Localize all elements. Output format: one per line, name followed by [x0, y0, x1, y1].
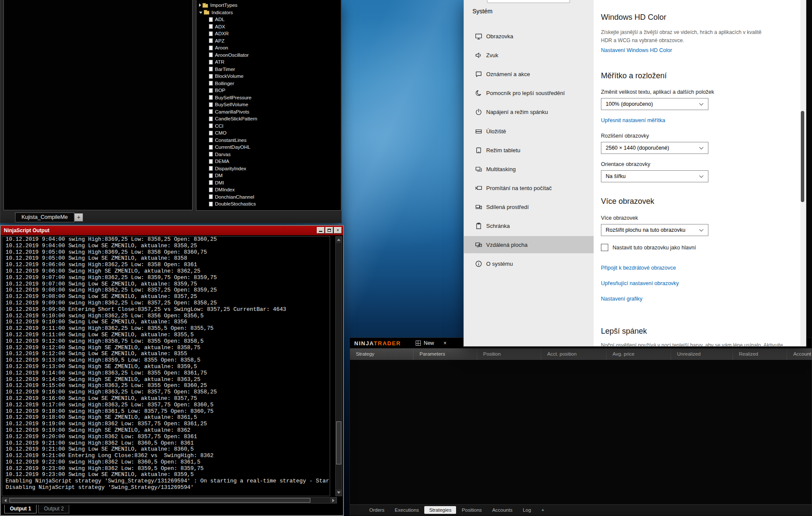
ninjatrader-tab[interactable]: Log — [518, 506, 536, 514]
tree-item[interactable]: ADXR — [196, 30, 341, 37]
ninjatrader-tab[interactable]: Executions — [390, 506, 423, 514]
primary-display-checkbox[interactable] — [601, 244, 608, 251]
tree-item[interactable]: CMO — [196, 129, 341, 137]
tree-item[interactable]: DMIndex — [196, 186, 341, 194]
collapsed-arrow-icon[interactable] — [199, 3, 201, 7]
tree-item[interactable]: BlockVolume — [196, 73, 341, 80]
tree-item[interactable]: DMI — [196, 179, 341, 187]
column-header[interactable]: Position — [477, 348, 541, 360]
sidebar-item-notifications[interactable]: Oznámení a akce — [464, 65, 594, 83]
tree-item[interactable]: CandleStickPattern — [196, 115, 341, 123]
sidebar-item-tablet-mode[interactable]: Režim tabletu — [464, 141, 594, 159]
make-primary-row: Nastavit tuto obrazovku jako hlavní — [601, 244, 696, 251]
x-icon[interactable]: × — [444, 340, 447, 346]
tree-item[interactable]: ADL — [196, 16, 341, 23]
tree-item[interactable]: DonchianChannel — [196, 194, 341, 201]
tree-item[interactable]: Aroon — [196, 44, 341, 52]
column-header[interactable]: Strategy — [350, 348, 414, 360]
wireless-display-link[interactable]: Připojit k bezdrátové obrazovce — [601, 265, 676, 271]
tree-item[interactable]: Darvas — [196, 151, 341, 158]
sidebar-item-remote-desktop[interactable]: Vzdálená plocha — [464, 236, 594, 253]
column-header[interactable]: Acct. position — [541, 348, 607, 360]
advanced-scaling-link[interactable]: Upřesnit nastavení měřítka — [601, 117, 665, 123]
expanded-arrow-icon[interactable] — [199, 12, 202, 14]
output-tab[interactable]: Output 1 — [4, 505, 37, 513]
strategies-table-body[interactable] — [350, 360, 812, 504]
sidebar-item-multitasking[interactable]: Multitasking — [464, 160, 594, 178]
tree-item[interactable]: DEMA — [196, 158, 341, 165]
tree-item[interactable]: CamarillaPivots — [196, 108, 341, 116]
resolution-dropdown[interactable]: 2560 × 1440 (doporučené) — [601, 142, 708, 154]
ninjatrader-tab[interactable]: + — [536, 506, 549, 514]
column-header[interactable]: Avg. price — [607, 348, 671, 360]
output-vertical-scrollbar[interactable] — [335, 236, 342, 496]
log-line: 10.12.2019 9:13:00 swing High:8359,5 Low… — [6, 357, 330, 364]
tree-item[interactable]: CCI — [196, 123, 341, 130]
output-window-titlebar[interactable]: NinjaScript Output — [1, 226, 343, 235]
editor-tab-kujista-compileme[interactable]: Kujista_CompileMe — [15, 212, 74, 222]
horizontal-scroll-thumb[interactable] — [9, 498, 310, 503]
file-icon — [209, 166, 213, 171]
tree-item[interactable]: DisparityIndex — [196, 165, 341, 172]
sidebar-item-projecting[interactable]: Promítání na tento počítač — [464, 179, 594, 197]
tree-item[interactable]: APZ — [196, 37, 341, 45]
tree-folder-importtypes[interactable]: ImportTypes — [196, 2, 341, 9]
sidebar-item-about[interactable]: O systému — [464, 255, 594, 272]
multiple-displays-dropdown[interactable]: Rozšířit plochu na tuto obrazovku — [601, 224, 708, 236]
tree-item[interactable]: CurrentDayOHL — [196, 144, 341, 151]
sidebar-item-display[interactable]: Obrazovka — [464, 28, 594, 45]
tree-item-label: DM — [215, 173, 223, 178]
tree-item[interactable]: DoubleStochastics — [196, 200, 341, 208]
tree-folder-indicators[interactable]: Indicators — [196, 9, 341, 16]
tree-item[interactable]: BOP — [196, 87, 341, 94]
sidebar-item-focus-assist[interactable]: Pomocník pro lepší soustředění — [464, 84, 594, 101]
tree-item[interactable]: ADX — [196, 23, 341, 31]
new-menu[interactable]: New — [424, 340, 434, 346]
close-button[interactable]: × — [334, 227, 342, 233]
scroll-up-button[interactable] — [336, 236, 342, 243]
vertical-scroll-thumb[interactable] — [336, 421, 341, 464]
scroll-down-button[interactable] — [336, 489, 342, 496]
column-header[interactable]: Account — [787, 348, 812, 360]
output-horizontal-scrollbar[interactable] — [2, 497, 337, 504]
settings-scroll-thumb[interactable] — [801, 111, 804, 202]
tree-item[interactable]: Bollinger — [196, 80, 341, 87]
sidebar-item-clipboard[interactable]: Schránka — [464, 217, 594, 234]
log-line: 10.12.2019 9:12:00 Swing High SE ZMENILO… — [6, 345, 330, 351]
ninjatrader-tab[interactable]: Positions — [457, 506, 487, 514]
minimize-button[interactable] — [317, 227, 325, 233]
ninjatrader-tab[interactable]: Strategies — [424, 506, 456, 514]
tree-item[interactable]: BuySellVolume — [196, 101, 341, 108]
settings-scrollbar[interactable] — [800, 0, 806, 346]
sidebar-item-shared-experiences[interactable]: Sdílená prostředí — [464, 198, 594, 215]
output-tab[interactable]: Output 2 — [38, 505, 69, 513]
file-icon — [209, 24, 213, 29]
graphics-settings-link[interactable]: Nastavení grafiky — [601, 296, 643, 302]
search-input[interactable] — [487, 0, 570, 3]
sidebar-item-sound[interactable]: Zvuk — [464, 46, 594, 64]
scroll-left-button[interactable] — [2, 498, 9, 503]
scroll-right-button[interactable] — [330, 498, 337, 503]
column-header[interactable]: Realized — [733, 348, 787, 360]
advanced-display-link[interactable]: Upřesňující nastavení obrazovky — [601, 280, 679, 286]
hd-color-settings-link[interactable]: Nastavení Windows HD Color — [601, 47, 672, 53]
ninjatrader-tab[interactable]: Orders — [365, 506, 389, 514]
maximize-button[interactable] — [325, 227, 333, 233]
sidebar-item-storage[interactable]: Úložiště — [464, 123, 594, 140]
tree-item[interactable]: AroonOscillator — [196, 52, 341, 59]
tree-item[interactable]: ATR — [196, 58, 341, 66]
file-icon — [209, 180, 213, 185]
tree-item[interactable]: ConstantLines — [196, 137, 341, 144]
sidebar-item-power[interactable]: Napájení a režim spánku — [464, 103, 594, 120]
new-script-tab-button[interactable]: + — [74, 213, 83, 221]
ninjatrader-tab[interactable]: Accounts — [487, 506, 517, 514]
orientation-dropdown[interactable]: Na šířku — [601, 170, 708, 182]
code-editor-panel[interactable] — [3, 0, 193, 210]
output-log[interactable]: 10.12.2019 9:04:00 swing High:8369,25 Lo… — [2, 236, 330, 496]
scale-dropdown[interactable]: 100% (doporučeno) — [601, 98, 708, 110]
tree-item[interactable]: DM — [196, 172, 341, 179]
tree-item[interactable]: BarTimer — [196, 66, 341, 73]
column-header[interactable]: Parameters — [414, 348, 477, 360]
tree-item[interactable]: BuySellPressure — [196, 94, 341, 101]
column-header[interactable]: Unrealized — [671, 348, 733, 360]
